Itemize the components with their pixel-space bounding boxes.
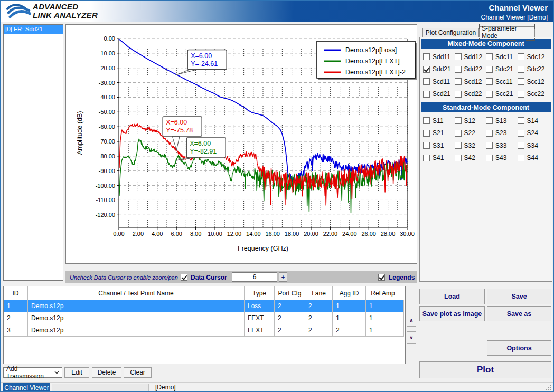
load-button[interactable]: Load xyxy=(419,289,485,304)
sparam-checkbox-Sdd12[interactable] xyxy=(455,53,462,60)
sparam-checkbox-S22[interactable] xyxy=(455,130,462,137)
move-up-button[interactable]: ∧ xyxy=(407,314,416,327)
resize-grip[interactable] xyxy=(545,384,552,391)
trace-list-item[interactable]: [0] FR: Sdd21 xyxy=(4,25,63,34)
sparam-option-Scc11[interactable]: Scc11 xyxy=(486,75,518,88)
data-cursor-checkbox[interactable] xyxy=(181,274,187,281)
sparam-option-Sdd11[interactable]: Sdd11 xyxy=(423,51,455,63)
table-header-cell[interactable]: Type xyxy=(245,286,275,300)
sparam-option-S42[interactable]: S42 xyxy=(455,152,486,165)
table-header-cell[interactable] xyxy=(400,286,403,300)
sparam-checkbox-S44[interactable] xyxy=(518,155,524,161)
cursor-callout[interactable]: X=6.00Y=-24.61 xyxy=(176,50,227,75)
plot-button[interactable]: Plot xyxy=(419,361,551,378)
sparam-option-S13[interactable]: S13 xyxy=(486,114,518,127)
sparam-option-Scc21[interactable]: Scc21 xyxy=(486,88,518,101)
sparam-checkbox-S34[interactable] xyxy=(518,142,524,149)
sparam-checkbox-Sdc22[interactable] xyxy=(518,66,524,73)
sparam-checkbox-S33[interactable] xyxy=(486,142,493,149)
sparam-option-Sdd21[interactable]: Sdd21 xyxy=(423,63,455,76)
cursor-count-input[interactable] xyxy=(232,272,277,282)
sparam-checkbox-Scc12[interactable] xyxy=(518,78,524,85)
cursor-add-button[interactable]: + xyxy=(279,272,287,282)
sparam-option-S11[interactable]: S11 xyxy=(423,114,455,127)
options-button[interactable]: Options xyxy=(487,340,551,356)
table-header-cell[interactable]: Agg ID xyxy=(333,286,366,300)
move-down-button[interactable]: ∨ xyxy=(407,331,416,344)
sparam-option-Sdc12[interactable]: Sdc12 xyxy=(518,51,549,63)
sparam-checkbox-Scc22[interactable] xyxy=(518,91,524,98)
sparam-option-Sdd12[interactable]: Sdd12 xyxy=(455,51,486,63)
sparam-option-Scd12[interactable]: Scd12 xyxy=(455,75,486,88)
sparam-option-S21[interactable]: S21 xyxy=(423,127,455,140)
edit-button[interactable]: Edit xyxy=(64,367,89,378)
tab-sparameter-mode[interactable]: S-parameter Mode xyxy=(479,26,535,37)
sparam-checkbox-S12[interactable] xyxy=(455,117,462,124)
sparam-option-Sdc22[interactable]: Sdc22 xyxy=(518,63,549,76)
sparam-option-S23[interactable]: S23 xyxy=(486,127,518,140)
table-header-cell[interactable]: Rel Amp xyxy=(366,286,400,300)
table-row[interactable]: 3Demo.s12pFEXT2221 xyxy=(4,324,405,337)
sparam-checkbox-Sdc11[interactable] xyxy=(486,53,493,60)
sparam-checkbox-S21[interactable] xyxy=(423,130,430,137)
sparam-option-Sdc11[interactable]: Sdc11 xyxy=(486,51,518,63)
sparam-checkbox-Sdd21[interactable] xyxy=(423,66,430,73)
sparam-checkbox-Scd21[interactable] xyxy=(423,91,430,98)
tab-plot-configuration[interactable]: Plot Configuration xyxy=(422,28,479,37)
sparam-checkbox-S13[interactable] xyxy=(486,117,493,124)
sparam-option-S44[interactable]: S44 xyxy=(518,152,549,165)
sparam-checkbox-Scd22[interactable] xyxy=(455,91,462,98)
sparam-checkbox-S14[interactable] xyxy=(518,117,524,124)
sparam-option-S41[interactable]: S41 xyxy=(423,152,455,165)
table-header-cell[interactable]: Port Cfg xyxy=(275,286,305,300)
sparam-option-Scd21[interactable]: Scd21 xyxy=(423,88,455,101)
sparam-option-S22[interactable]: S22 xyxy=(455,127,486,140)
sparam-option-S24[interactable]: S24 xyxy=(518,127,549,140)
sparam-checkbox-Sdc12[interactable] xyxy=(518,53,524,60)
sparam-option-Scd11[interactable]: Scd11 xyxy=(423,75,455,88)
sparam-option-S14[interactable]: S14 xyxy=(518,114,549,127)
sparam-checkbox-S43[interactable] xyxy=(486,155,493,161)
table-row[interactable]: 2Demo.s12pFEXT2211 xyxy=(4,312,405,324)
sparam-checkbox-Scd12[interactable] xyxy=(455,78,462,85)
sparam-checkbox-S24[interactable] xyxy=(518,130,524,137)
sparam-option-Scd22[interactable]: Scd22 xyxy=(455,88,486,101)
sparam-option-Sdc21[interactable]: Sdc21 xyxy=(486,63,518,76)
y-axis-label: Amplitude (dB) xyxy=(76,111,83,155)
sparam-option-Scc12[interactable]: Scc12 xyxy=(518,75,549,88)
sparam-option-S12[interactable]: S12 xyxy=(455,114,486,127)
sparam-checkbox-S41[interactable] xyxy=(423,155,430,161)
sparam-checkbox-Scc21[interactable] xyxy=(486,91,493,98)
sparam-checkbox-Scd11[interactable] xyxy=(423,78,430,85)
sparam-checkbox-S42[interactable] xyxy=(455,155,462,161)
delete-button[interactable]: Delete xyxy=(92,367,121,378)
legend[interactable]: Demo.s12p[Loss]Demo.s12p[FEXT]Demo.s12p[… xyxy=(317,41,417,80)
legends-checkbox[interactable] xyxy=(378,274,385,281)
sparam-option-S33[interactable]: S33 xyxy=(486,139,518,152)
sparam-checkbox-S32[interactable] xyxy=(455,142,462,149)
table-header-cell[interactable]: Lane xyxy=(305,286,333,300)
sparam-checkbox-Sdd22[interactable] xyxy=(455,66,462,73)
table-header-cell[interactable]: Channel / Test Point Name xyxy=(28,286,245,300)
add-transmission-dropdown[interactable]: Add Transmission xyxy=(3,367,62,378)
x-axis-label: Frequency (GHz) xyxy=(238,245,288,252)
sparam-checkbox-Scc11[interactable] xyxy=(486,78,493,85)
sparam-option-Sdd22[interactable]: Sdd22 xyxy=(455,63,486,76)
chart[interactable]: 0.00-10.00-20.00-30.00-40.00-50.00-60.00… xyxy=(66,25,417,263)
sparam-option-S34[interactable]: S34 xyxy=(518,139,549,152)
sparam-option-S43[interactable]: S43 xyxy=(486,152,518,165)
save-plot-as-image-button[interactable]: Save plot as image xyxy=(419,306,485,321)
sparam-checkbox-Sdc21[interactable] xyxy=(486,66,493,73)
sparam-option-Scc22[interactable]: Scc22 xyxy=(518,88,549,101)
sparam-checkbox-Sdd11[interactable] xyxy=(423,53,430,60)
save-button[interactable]: Save xyxy=(487,289,551,304)
save-as-button[interactable]: Save as xyxy=(487,306,551,321)
clear-button[interactable]: Clear xyxy=(124,367,152,378)
sparam-option-S32[interactable]: S32 xyxy=(455,139,486,152)
sparam-option-S31[interactable]: S31 xyxy=(423,139,455,152)
sparam-checkbox-S23[interactable] xyxy=(486,130,493,137)
sparam-checkbox-S31[interactable] xyxy=(423,142,430,149)
sparam-checkbox-S11[interactable] xyxy=(423,117,430,124)
table-row[interactable]: 1Demo.s12pLoss2211 xyxy=(4,300,405,312)
table-header-cell[interactable]: ID xyxy=(4,286,28,300)
